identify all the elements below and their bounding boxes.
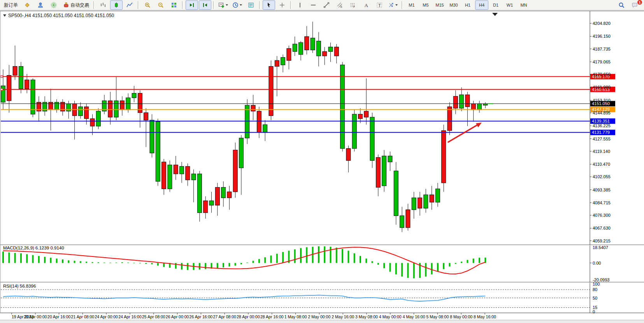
chart-shift-button[interactable] bbox=[186, 0, 198, 10]
zoom-out-button[interactable] bbox=[154, 0, 167, 10]
auto-trading-button-label: 自动交易 bbox=[70, 2, 89, 9]
rsi-label: RSI(14) 56.8396 bbox=[3, 284, 36, 288]
line-chart-button[interactable] bbox=[123, 0, 136, 10]
time-tick-label: 1 May 08:00 bbox=[284, 314, 307, 319]
price-tick-label: 4187.735 bbox=[593, 47, 611, 51]
clock-icon bbox=[232, 2, 239, 8]
time-tick-label: 24 Apr 16:00 bbox=[118, 314, 142, 319]
timeframe-label: H4 bbox=[479, 3, 484, 7]
notifications-button[interactable]: 1 bbox=[628, 0, 641, 10]
chart-title-bar: SP500-,H4 4151.050 4151.050 4151.050 415… bbox=[3, 13, 114, 18]
candle bbox=[96, 108, 100, 129]
price-tick-label: 4136.225 bbox=[593, 123, 611, 128]
text-label-icon: T bbox=[376, 2, 383, 8]
templates-button[interactable] bbox=[245, 0, 257, 10]
svg-text:E: E bbox=[340, 5, 342, 8]
chart-window[interactable]: SP500-,H4 4151.050 4151.050 4151.050 415… bbox=[0, 11, 644, 320]
chart-title: SP500-,H4 4151.050 4151.050 4151.050 415… bbox=[8, 13, 114, 18]
auto-scroll-button[interactable] bbox=[199, 0, 211, 10]
time-tick-label: 8 May 00:00 bbox=[450, 314, 472, 319]
candle bbox=[340, 62, 345, 151]
tile-windows-button[interactable] bbox=[168, 0, 180, 10]
candlestick-chart-button[interactable] bbox=[110, 0, 123, 10]
toolbar-separator bbox=[290, 1, 292, 9]
dropdown-caret-icon bbox=[395, 4, 398, 7]
time-tick-label: 28 Apr 16:00 bbox=[260, 314, 284, 319]
price-chart-canvas[interactable]: 4169.1704160.6134151.0504147.1294139.351… bbox=[0, 11, 644, 320]
auto-trading-button[interactable]: 自动交易 bbox=[61, 0, 91, 10]
timeframe-h1-button[interactable]: H1 bbox=[461, 0, 474, 10]
chat-icon bbox=[632, 2, 638, 8]
channel-button[interactable]: E bbox=[333, 0, 346, 10]
crosshair-button[interactable] bbox=[276, 0, 288, 10]
time-tick-label: 27 Apr 08:00 bbox=[213, 314, 236, 319]
horizontal-line-button[interactable] bbox=[307, 0, 319, 10]
search-button[interactable] bbox=[615, 0, 628, 10]
candle bbox=[269, 60, 273, 120]
toolbar-separator bbox=[402, 1, 403, 9]
time-tick-label: 8 May 16:00 bbox=[474, 314, 496, 319]
price-tick-label: 4144.895 bbox=[593, 111, 611, 115]
time-tick-label: 2 May 00:00 bbox=[308, 314, 331, 319]
price-tick-label: 4161.980 bbox=[593, 85, 611, 90]
time-tick-label: 3 May 08:00 bbox=[355, 314, 378, 319]
zoom-in-button[interactable] bbox=[141, 0, 154, 10]
timeframe-d1-button[interactable]: D1 bbox=[489, 0, 502, 10]
price-tick-label: 4076.300 bbox=[593, 213, 611, 218]
periods-button[interactable] bbox=[231, 0, 244, 10]
timeframe-m15-button[interactable]: M15 bbox=[433, 0, 446, 10]
search-icon bbox=[618, 2, 625, 8]
timeframe-m1-button[interactable]: M1 bbox=[405, 0, 418, 10]
trendline-button[interactable] bbox=[320, 0, 333, 10]
text-icon: A bbox=[363, 2, 369, 8]
auto-scroll-icon bbox=[202, 2, 208, 8]
resistance-2-handle[interactable] bbox=[1, 88, 3, 90]
svg-text:50: 50 bbox=[593, 296, 597, 300]
timeframe-label: W1 bbox=[507, 3, 513, 7]
price-tick-label: 4196.150 bbox=[593, 34, 611, 39]
bar-chart-button[interactable] bbox=[97, 0, 109, 10]
time-tick-label: 4 May 00:00 bbox=[379, 314, 402, 319]
auto-trading-icon bbox=[63, 2, 69, 8]
dropdown-caret-icon bbox=[239, 4, 242, 7]
svg-text:80: 80 bbox=[593, 287, 597, 292]
arrows-button[interactable] bbox=[386, 0, 400, 10]
timeframe-m30-button[interactable]: M30 bbox=[447, 0, 460, 10]
timeframe-w1-button[interactable]: W1 bbox=[503, 0, 516, 10]
profile-button[interactable] bbox=[34, 0, 47, 10]
arrows-icon bbox=[388, 2, 394, 8]
text-label-button[interactable]: T bbox=[373, 0, 386, 10]
indicators-button[interactable] bbox=[217, 0, 230, 10]
fibonacci-button[interactable]: F bbox=[347, 0, 359, 10]
market-watch-button[interactable] bbox=[21, 0, 33, 10]
tile-windows-icon bbox=[171, 2, 177, 8]
timeframe-m5-button[interactable]: M5 bbox=[419, 0, 432, 10]
collapse-icon[interactable] bbox=[3, 14, 6, 17]
timeframe-mn-button[interactable]: MN bbox=[517, 0, 530, 10]
cursor-icon bbox=[266, 2, 272, 8]
price-tick-label: 4153.310 bbox=[593, 98, 611, 103]
time-tick-label: 5 May 08:00 bbox=[426, 314, 449, 319]
price-tick-label: 4127.555 bbox=[593, 137, 611, 141]
zoom-out-icon bbox=[158, 2, 164, 8]
time-tick-label: 20 Apr 16:00 bbox=[47, 314, 71, 319]
toolbar-separator bbox=[93, 1, 95, 9]
candle bbox=[233, 142, 237, 198]
cursor-button[interactable] bbox=[263, 0, 275, 10]
chart-shift-icon bbox=[189, 2, 195, 8]
timeframe-label: D1 bbox=[493, 3, 498, 7]
price-tick-label: 4084.715 bbox=[593, 200, 611, 205]
price-tick-label: 4179.065 bbox=[593, 60, 611, 64]
resistance-1-handle[interactable] bbox=[1, 75, 3, 77]
candle bbox=[442, 125, 446, 192]
timeframe-h4-button[interactable]: H4 bbox=[475, 0, 488, 10]
time-tick-label: 25 Apr 08:00 bbox=[142, 314, 165, 319]
vertical-line-button[interactable] bbox=[294, 0, 306, 10]
time-tick-label: 24 Apr 00:00 bbox=[95, 314, 118, 319]
signals-button[interactable] bbox=[47, 0, 60, 10]
new-order-button[interactable]: 新订单 bbox=[2, 0, 20, 10]
price-tick-label: 4059.215 bbox=[593, 239, 611, 243]
text-button[interactable]: A bbox=[360, 0, 372, 10]
timeframe-label: M1 bbox=[409, 3, 414, 7]
timeframe-label: H1 bbox=[465, 3, 470, 7]
